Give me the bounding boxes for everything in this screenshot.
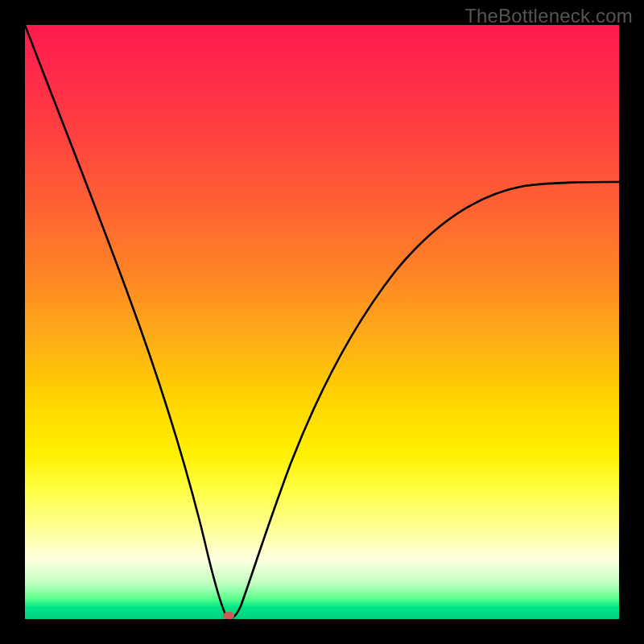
gradient-background [25, 25, 619, 619]
watermark-text: TheBottleneck.com [464, 5, 633, 27]
plot-area [25, 25, 619, 619]
